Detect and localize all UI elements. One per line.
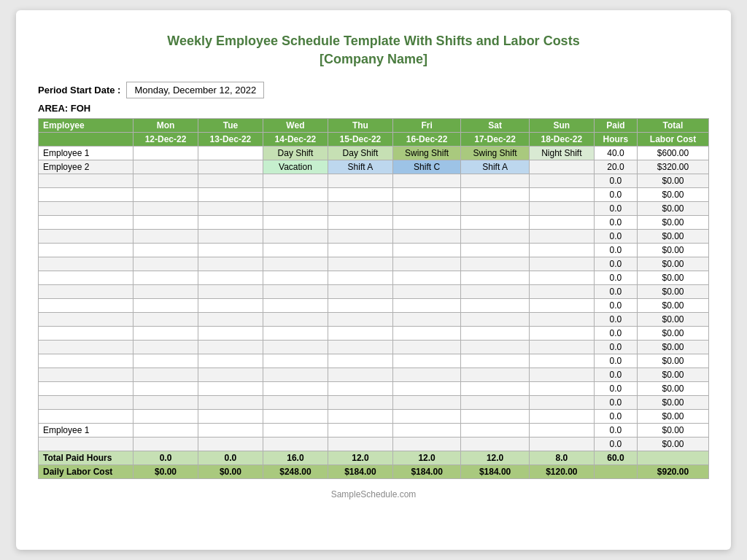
cell-empty [328,216,392,230]
cell-empty [198,341,263,354]
labor-cost: $0.00 [637,257,708,271]
cell-empty [133,271,198,285]
paid-hours: 0.0 [594,285,637,299]
col-cost-sub: Labor Cost [637,133,708,147]
cell-empty [529,382,594,396]
paid-hours: 0.0 [594,382,637,396]
cell-empty [461,257,529,271]
cell-sun [529,160,594,174]
employee-name [39,299,133,313]
cell-empty [133,396,198,410]
cell-empty [263,368,328,382]
cell-empty [198,354,263,368]
cell-empty [133,216,198,230]
cell-empty [392,410,460,424]
cell-empty [133,313,198,327]
cell-empty [529,299,594,313]
cell-empty [392,244,460,257]
paid-hours: 0.0 [594,299,637,313]
paid-hours: 40.0 [594,147,637,160]
cell-empty [198,299,263,313]
total-hours-cell-7: 8.0 [529,451,594,465]
cell-empty [529,313,594,327]
cell-empty [328,230,392,244]
cell-empty [392,299,460,313]
cell-empty [328,396,392,410]
cell-empty [198,327,263,341]
cell-empty [198,424,263,438]
paid-hours: 0.0 [594,244,637,257]
cell-wed: Day Shift [263,147,328,160]
cell-empty [328,188,392,202]
cell-empty [529,438,594,451]
cell-empty [461,174,529,188]
cell-empty [328,285,392,299]
total-hours-cell-6: 12.0 [461,451,529,465]
cell-empty [461,188,529,202]
col-paid: Paid [594,119,637,133]
employee-name [39,382,133,396]
cell-empty [263,382,328,396]
labor-cost-cell-7: $120.00 [529,465,594,479]
col-thu-date: 15-Dec-22 [328,133,392,147]
cell-empty [392,341,460,354]
cell-empty [133,174,198,188]
col-tue: Tue [198,119,263,133]
cell-empty [392,174,460,188]
cell-empty [529,244,594,257]
cell-empty [461,271,529,285]
cell-empty [328,368,392,382]
paid-hours: 0.0 [594,188,637,202]
paid-hours: 0.0 [594,257,637,271]
cell-empty [461,313,529,327]
cell-empty [461,244,529,257]
paid-hours: 0.0 [594,313,637,327]
total-hours-cell-3: 16.0 [263,451,328,465]
cell-empty [461,299,529,313]
cell-empty [328,382,392,396]
paid-hours: 0.0 [594,230,637,244]
total-hours-cell-1: 0.0 [133,451,198,465]
cell-empty [392,285,460,299]
labor-cost-cell-0: Daily Labor Cost [39,465,133,479]
cell-empty [461,341,529,354]
col-employee-sub [39,133,133,147]
area-label: AREA: FOH [38,103,709,114]
labor-cost: $0.00 [637,188,708,202]
table-row-empty: 0.0$0.00 [39,202,709,216]
col-mon: Mon [133,119,198,133]
cell-empty [133,188,198,202]
cell-empty [263,313,328,327]
cell-empty [198,216,263,230]
cell-empty [461,216,529,230]
period-value: Monday, December 12, 2022 [126,82,264,98]
col-hours-sub: Hours [594,133,637,147]
cell-empty [328,271,392,285]
paid-hours: 0.0 [594,368,637,382]
employee-name [39,271,133,285]
employee-name [39,341,133,354]
period-row: Period Start Date : Monday, December 12,… [38,82,709,98]
cell-empty [198,174,263,188]
employee-name [39,313,133,327]
col-sat: Sat [461,119,529,133]
paid-hours: 0.0 [594,327,637,341]
employee-name [39,188,133,202]
labor-cost-cell-3: $248.00 [263,465,328,479]
cell-empty [461,438,529,451]
labor-cost: $600.00 [637,147,708,160]
footer: SampleSchedule.com [38,489,709,499]
cell-empty [461,396,529,410]
cell-empty [133,299,198,313]
period-label: Period Start Date : [38,85,120,96]
employee-name [39,202,133,216]
cell-empty [392,438,460,451]
cell-empty [328,438,392,451]
paid-hours: 0.0 [594,341,637,354]
paid-hours: 0.0 [594,438,637,451]
cell-empty [133,368,198,382]
employee-name [39,327,133,341]
cell-empty [328,341,392,354]
cell-empty [133,410,198,424]
col-total: Total [637,119,708,133]
